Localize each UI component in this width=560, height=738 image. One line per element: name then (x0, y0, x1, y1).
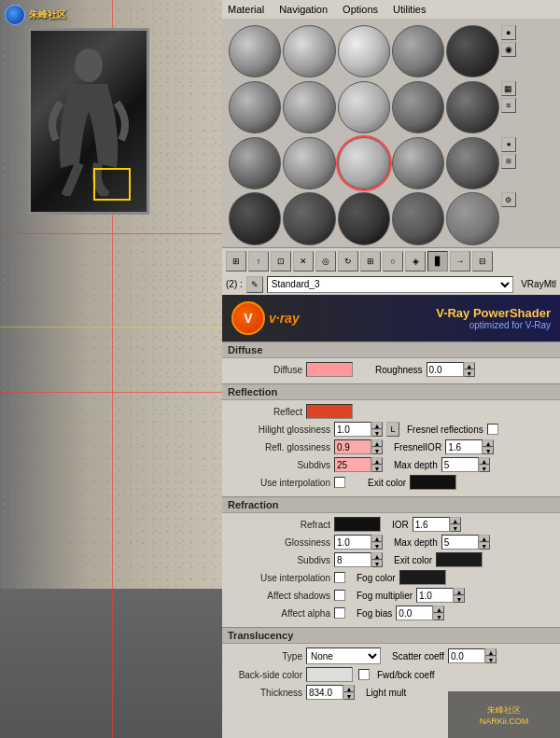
sidebar-icon-6[interactable]: ⊞ (501, 154, 516, 169)
material-ball-19[interactable] (392, 192, 444, 244)
scatter-spin-down[interactable]: ▼ (485, 656, 497, 663)
refl-gloss-input[interactable] (334, 439, 371, 454)
type-select[interactable]: None (306, 647, 381, 664)
toolbar-btn-10[interactable]: ▊ (427, 251, 448, 272)
sidebar-icon-1[interactable]: ● (501, 25, 516, 40)
sidebar-icon-4[interactable]: ≡ (501, 98, 516, 113)
menu-options[interactable]: Options (341, 4, 380, 15)
fog-bias-input[interactable] (396, 606, 433, 620)
material-ball-3[interactable] (338, 25, 390, 77)
sidebar-icon-2[interactable]: ◉ (501, 42, 516, 57)
material-name-select[interactable]: Standard_3 (267, 276, 513, 293)
hilight-spin-up[interactable]: ▲ (371, 422, 383, 429)
thickness-input[interactable] (306, 685, 343, 700)
refract-exit-color-swatch[interactable] (436, 552, 483, 567)
toolbar-btn-6[interactable]: ↻ (338, 251, 358, 272)
roughness-input[interactable] (427, 362, 464, 377)
fog-mult-input[interactable] (416, 588, 454, 603)
fog-bias-spin-down[interactable]: ▼ (433, 613, 444, 620)
material-ball-1[interactable] (229, 25, 281, 77)
refract-subdivs-spin-up[interactable]: ▲ (371, 552, 383, 560)
toolbar-btn-9[interactable]: ◈ (405, 251, 426, 272)
material-ball-17[interactable] (283, 192, 335, 244)
scatter-input[interactable] (448, 648, 485, 663)
eyedropper-btn[interactable]: ✎ (246, 276, 263, 293)
toolbar-btn-4[interactable]: ✕ (293, 251, 314, 272)
material-ball-16[interactable] (229, 192, 281, 244)
material-ball-9[interactable] (392, 81, 444, 133)
scatter-spin-up[interactable]: ▲ (485, 648, 497, 656)
material-ball-14[interactable] (392, 137, 444, 189)
back-side-checkbox[interactable] (358, 669, 370, 680)
use-interp-checkbox[interactable] (334, 477, 345, 488)
refract-use-interp-checkbox[interactable] (334, 572, 345, 583)
material-ball-20[interactable] (446, 192, 498, 244)
fog-mult-spin-up[interactable]: ▲ (454, 588, 465, 595)
material-ball-11[interactable] (229, 137, 281, 189)
subdivs-spin-up[interactable]: ▲ (371, 457, 383, 465)
toolbar-btn-5[interactable]: ◎ (315, 251, 336, 272)
fresnel-ior-spin-up[interactable]: ▲ (483, 439, 494, 447)
exit-color-swatch[interactable] (410, 475, 456, 490)
thickness-spin-down[interactable]: ▼ (343, 692, 355, 700)
menu-material[interactable]: Material (226, 4, 266, 15)
hilight-input[interactable] (334, 422, 371, 437)
toolbar-btn-2[interactable]: ↑ (248, 251, 269, 272)
ior-spin-down[interactable]: ▼ (450, 524, 461, 532)
material-ball-2[interactable] (283, 25, 335, 77)
roughness-spin-up[interactable]: ▲ (464, 362, 475, 369)
diffuse-color-swatch[interactable] (306, 362, 353, 377)
toolbar-btn-11[interactable]: → (450, 251, 470, 272)
roughness-spin-down[interactable]: ▼ (464, 369, 475, 377)
reflect-color-swatch[interactable] (306, 404, 353, 419)
max-depth-spin-down[interactable]: ▼ (479, 465, 490, 472)
refract-subdivs-spin-down[interactable]: ▼ (371, 560, 383, 567)
material-ball-5[interactable] (446, 25, 498, 77)
refract-subdivs-input[interactable] (334, 552, 371, 567)
sidebar-icon-5[interactable]: ★ (501, 137, 516, 152)
subdivs-spin-down[interactable]: ▼ (371, 465, 383, 472)
material-ball-8[interactable] (338, 81, 390, 133)
toolbar-btn-1[interactable]: ⊞ (226, 251, 246, 272)
toolbar-btn-8[interactable]: ○ (383, 251, 403, 272)
toolbar-btn-12[interactable]: ⊟ (472, 251, 493, 272)
toolbar-btn-3[interactable]: ⊡ (271, 251, 291, 272)
material-ball-18[interactable] (338, 192, 390, 244)
material-ball-12[interactable] (283, 137, 335, 189)
hilight-spin-down[interactable]: ▼ (371, 429, 383, 437)
fog-bias-spin-up[interactable]: ▲ (433, 606, 444, 613)
l-button[interactable]: L (386, 422, 399, 437)
thickness-spin-up[interactable]: ▲ (343, 685, 355, 692)
refract-gloss-spin-up[interactable]: ▲ (371, 535, 383, 542)
fresnel-ior-spin-down[interactable]: ▼ (483, 447, 494, 454)
max-depth-input[interactable] (441, 457, 479, 472)
ior-input[interactable] (413, 517, 450, 532)
sidebar-icon-7[interactable]: ⚙ (501, 192, 516, 207)
material-ball-4[interactable] (392, 25, 444, 77)
refl-gloss-spin-up[interactable]: ▲ (371, 439, 383, 447)
refract-gloss-spin-down[interactable]: ▼ (371, 542, 383, 550)
fog-color-swatch[interactable] (399, 570, 446, 585)
back-side-swatch[interactable] (306, 667, 353, 682)
ior-spin-up[interactable]: ▲ (450, 517, 461, 524)
sidebar-icon-3[interactable]: ▦ (501, 81, 516, 96)
refract-max-depth-input[interactable] (441, 535, 479, 550)
affect-alpha-checkbox[interactable] (334, 607, 345, 619)
refract-color-swatch[interactable] (334, 517, 381, 532)
material-ball-10[interactable] (446, 81, 498, 133)
fresnel-checkbox[interactable] (487, 424, 498, 435)
material-ball-6[interactable] (229, 81, 281, 133)
refract-max-depth-spin-down[interactable]: ▼ (479, 542, 490, 550)
refract-max-depth-spin-up[interactable]: ▲ (479, 535, 490, 542)
viewport-3d[interactable]: 朱峰社区 (0, 0, 222, 738)
material-ball-13[interactable] (338, 137, 390, 189)
menu-navigation[interactable]: Navigation (277, 4, 329, 15)
material-ball-15[interactable] (446, 137, 498, 189)
fresnel-ior-input[interactable] (445, 439, 483, 454)
affect-shadows-checkbox[interactable] (334, 590, 345, 601)
fog-mult-spin-down[interactable]: ▼ (454, 595, 465, 603)
subdivs-input[interactable] (334, 457, 371, 472)
max-depth-spin-up[interactable]: ▲ (479, 457, 490, 465)
material-ball-7[interactable] (283, 81, 335, 133)
refract-gloss-input[interactable] (334, 535, 371, 550)
